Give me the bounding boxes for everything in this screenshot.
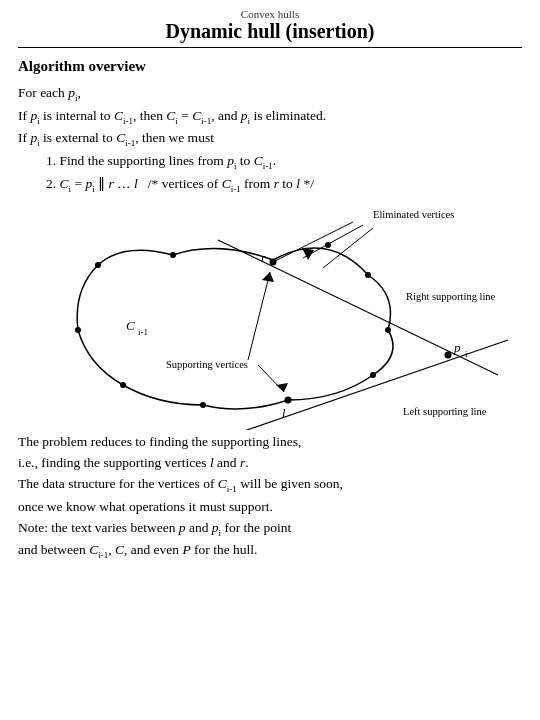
- bottom-line4: once we know what operations it must sup…: [18, 497, 522, 518]
- title: Dynamic hull (insertion): [18, 20, 522, 43]
- bottom-line2: i.e., finding the supporting vertices l …: [18, 453, 522, 474]
- bottom-line6: and between Ci-1, C, and even P for the …: [18, 540, 522, 563]
- diagram-svg: Eliminated vertices r Right supporting l…: [18, 200, 528, 430]
- hull-dot-bottom-right: [370, 372, 376, 378]
- bottom-line5: Note: the text varies between p and pi f…: [18, 518, 522, 541]
- divider: [18, 47, 522, 48]
- bottom-line3: The data structure for the vertices of C…: [18, 474, 522, 497]
- algo-line1: For each pi,: [18, 83, 522, 106]
- algo-line3: If pi is external to Ci-1, then we must: [18, 128, 522, 151]
- elim-line3: [273, 222, 353, 262]
- support-arrow-r-head: [262, 272, 274, 282]
- hull-dot-r-area: [170, 252, 176, 258]
- algo-item2: 2. Ci = pi ‖ r … l /* vertices of Ci-1 f…: [46, 174, 522, 197]
- hull-dot-2: [95, 262, 101, 268]
- hull-dot-bottom-mid: [200, 402, 206, 408]
- bottom-text: The problem reduces to finding the suppo…: [18, 432, 522, 563]
- label-pi: p: [453, 340, 461, 355]
- algorithm-text: For each pi, If pi is internal to Ci-1, …: [18, 83, 522, 196]
- section-header: Algorithm overview: [18, 58, 522, 75]
- hull-dot-1: [75, 327, 81, 333]
- label-r: r: [261, 251, 266, 265]
- label-l: l: [282, 407, 286, 421]
- subtitle: Convex hulls: [18, 8, 522, 20]
- hull-dot-right-top: [365, 272, 371, 278]
- label-eliminated: Eliminated vertices: [373, 209, 454, 220]
- diagram-area: Eliminated vertices r Right supporting l…: [18, 200, 522, 430]
- hull-dot-bottom-left: [120, 382, 126, 388]
- elim-arrow: [302, 248, 314, 260]
- page: Convex hulls Dynamic hull (insertion) Al…: [0, 0, 540, 720]
- hull-dot-r: [270, 259, 277, 266]
- hull-dot-right: [385, 327, 391, 333]
- algo-line1-text: For each pi,: [18, 85, 81, 100]
- label-ci1: C: [126, 318, 135, 333]
- elim-line2: [323, 228, 373, 268]
- label-ci1-sub: i-1: [138, 327, 148, 337]
- label-right-support: Right supporting line: [406, 291, 496, 302]
- hull-dot-l: [285, 397, 292, 404]
- algo-item1: 1. Find the supporting lines from pi to …: [46, 151, 522, 174]
- label-left-support: Left supporting line: [403, 406, 487, 417]
- support-arrow-r: [248, 272, 270, 360]
- pi-dot: [445, 352, 452, 359]
- support-arrow-l-head: [276, 383, 288, 392]
- hull-dot-top: [325, 242, 331, 248]
- bottom-line1: The problem reduces to finding the suppo…: [18, 432, 522, 453]
- algo-line2: If pi is internal to Ci-1, then Ci = Ci-…: [18, 106, 522, 129]
- label-support-vertices: Supporting vertices: [166, 359, 248, 370]
